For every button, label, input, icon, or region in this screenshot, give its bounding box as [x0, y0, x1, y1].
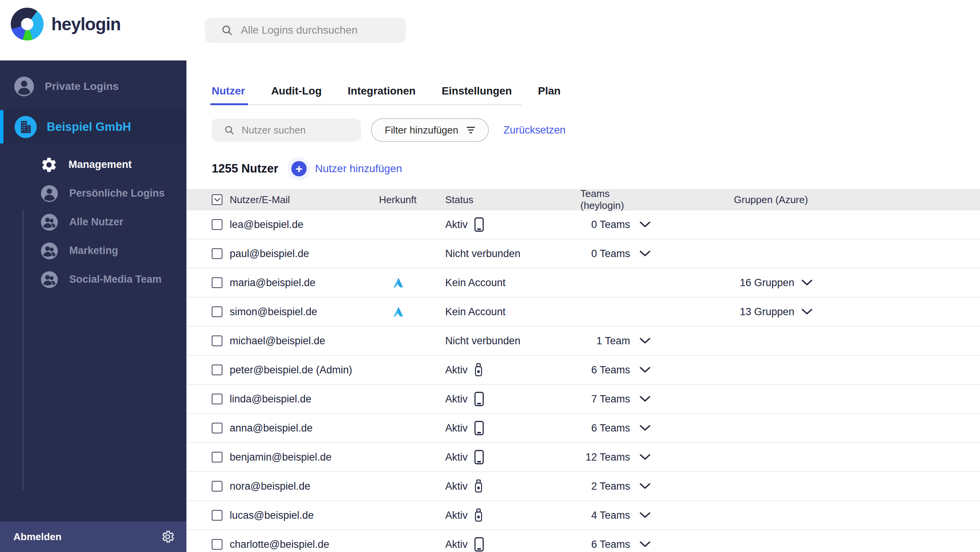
chevron-down-icon[interactable]: [639, 541, 651, 548]
tab-einstellungen[interactable]: Einstellungen: [442, 80, 512, 104]
teams-count: 7 Teams: [591, 393, 630, 405]
reset-filters-link[interactable]: Zurücksetzen: [503, 124, 565, 136]
status-cell: Kein Account: [445, 306, 580, 318]
person-icon: [40, 184, 59, 203]
column-header-herkunft: Herkunft: [379, 194, 445, 206]
teams-dropdown[interactable]: 1 Team: [580, 335, 651, 347]
row-checkbox[interactable]: [212, 335, 222, 346]
row-checkbox[interactable]: [212, 452, 222, 462]
gruppen-count: 13 Gruppen: [740, 306, 794, 318]
teams-count: 1 Team: [596, 335, 630, 347]
user-search-input[interactable]: [242, 124, 353, 136]
sidebar-item-pers-nliche-logins[interactable]: Persönliche Logins: [0, 179, 186, 208]
sidebar-item-label: Management: [69, 159, 132, 171]
row-checkbox[interactable]: [212, 248, 222, 259]
user-email: peter@beispiel.de (Admin): [230, 364, 379, 376]
smartphone-icon: [474, 217, 484, 232]
teams-dropdown[interactable]: 0 Teams: [580, 248, 651, 260]
gruppen-dropdown[interactable]: 16 Gruppen: [734, 277, 813, 289]
select-all-checkbox[interactable]: [212, 194, 222, 205]
teams-count: 0 Teams: [591, 219, 630, 231]
add-user-label: Nutzer hinzufügen: [315, 163, 402, 175]
row-checkbox[interactable]: [212, 423, 222, 433]
tab-plan[interactable]: Plan: [538, 80, 560, 104]
row-checkbox[interactable]: [212, 277, 222, 288]
global-search-input[interactable]: [241, 24, 394, 36]
row-checkbox[interactable]: [212, 539, 222, 550]
row-checkbox[interactable]: [212, 365, 222, 375]
sidebar-item-label: Marketing: [69, 245, 118, 257]
chevron-down-icon[interactable]: [639, 366, 651, 373]
user-email: simon@beispiel.de: [230, 306, 379, 318]
chevron-down-icon[interactable]: [801, 308, 813, 315]
status-text: Aktiv: [445, 422, 468, 434]
teams-count: 6 Teams: [591, 422, 630, 434]
gear-icon: [40, 156, 58, 174]
row-checkbox[interactable]: [212, 394, 222, 404]
teams-dropdown[interactable]: 2 Teams: [580, 480, 651, 492]
column-header-email: Nutzer/E-Mail: [230, 194, 379, 206]
tab-integrationen[interactable]: Integrationen: [348, 80, 415, 104]
table-row: linda@beispiel.de Aktiv 7 Teams: [186, 385, 980, 414]
user-email: paul@beispiel.de: [230, 248, 379, 260]
security-key-icon: [474, 479, 483, 493]
tab-nutzer[interactable]: Nutzer: [212, 80, 245, 104]
user-search[interactable]: [212, 119, 361, 142]
logout-button[interactable]: Abmelden: [13, 531, 62, 543]
security-key-icon: [474, 508, 483, 522]
chevron-down-icon[interactable]: [639, 454, 651, 461]
row-checkbox[interactable]: [212, 510, 222, 521]
search-icon: [221, 24, 233, 36]
gruppen-dropdown[interactable]: 13 Gruppen: [734, 306, 813, 318]
sidebar-item-private-logins[interactable]: Private Logins: [13, 76, 186, 97]
status-text: Aktiv: [445, 539, 468, 550]
add-filter-label: Filter hinzufügen: [385, 124, 458, 136]
sidebar-item-social-media-team[interactable]: Social-Media Team: [0, 265, 186, 294]
teams-dropdown[interactable]: 4 Teams: [580, 510, 651, 521]
sidebar-item-marketing[interactable]: Marketing: [0, 236, 186, 265]
sidebar-item-management[interactable]: Management: [0, 150, 186, 179]
chevron-down-icon[interactable]: [639, 250, 651, 257]
status-text: Nicht verbunden: [445, 248, 521, 260]
chevron-down-icon[interactable]: [639, 483, 651, 490]
gear-icon[interactable]: [160, 529, 175, 544]
sidebar-item-alle-nutzer[interactable]: Alle Nutzer: [0, 208, 186, 236]
status-text: Aktiv: [445, 393, 468, 405]
chevron-down-icon[interactable]: [639, 425, 651, 432]
chevron-down-icon[interactable]: [639, 396, 651, 402]
table-row: simon@beispiel.de Kein Account 13 Gruppe…: [186, 298, 980, 327]
chevron-down-icon[interactable]: [639, 512, 651, 519]
teams-dropdown[interactable]: 6 Teams: [580, 539, 651, 550]
chevron-down-icon[interactable]: [639, 337, 651, 344]
teams-dropdown[interactable]: 6 Teams: [580, 364, 651, 376]
status-text: Nicht verbunden: [445, 335, 521, 347]
chevron-down-icon[interactable]: [801, 279, 813, 286]
add-user-button[interactable]: + Nutzer hinzufügen: [291, 161, 402, 176]
sidebar-item-label: Private Logins: [45, 80, 119, 93]
add-filter-button[interactable]: Filter hinzufügen: [371, 118, 489, 142]
row-checkbox[interactable]: [212, 481, 222, 492]
teams-dropdown[interactable]: 12 Teams: [580, 451, 651, 463]
teams-dropdown[interactable]: 7 Teams: [580, 393, 651, 405]
brand[interactable]: heylogin: [11, 8, 121, 41]
table-row: charlotte@beispiel.de Aktiv 6 Teams: [186, 530, 980, 552]
teams-dropdown[interactable]: 6 Teams: [580, 422, 651, 434]
sidebar-sub-items: ManagementPersönliche LoginsAlle NutzerM…: [0, 150, 186, 294]
tree-indent-line: [23, 210, 23, 491]
plus-icon: +: [291, 161, 307, 176]
sidebar-bottom-bar: Abmelden: [0, 521, 186, 552]
user-email: maria@beispiel.de: [230, 277, 379, 289]
sidebar-item-org[interactable]: Beispiel GmbH: [0, 110, 186, 143]
status-cell: Aktiv: [445, 363, 580, 377]
users-table: Nutzer/E-Mail Herkunft Status Teams (hey…: [186, 189, 980, 552]
user-count: 1255 Nutzer: [212, 162, 278, 176]
chevron-down-icon[interactable]: [639, 221, 651, 228]
status-cell: Aktiv: [445, 421, 580, 435]
global-search[interactable]: [205, 18, 406, 43]
status-cell: Aktiv: [445, 508, 580, 522]
row-checkbox[interactable]: [212, 306, 222, 317]
table-row: benjamin@beispiel.de Aktiv 12 Teams: [186, 443, 980, 472]
teams-dropdown[interactable]: 0 Teams: [580, 219, 651, 231]
tab-audit-log[interactable]: Audit-Log: [271, 80, 322, 104]
row-checkbox[interactable]: [212, 219, 222, 230]
